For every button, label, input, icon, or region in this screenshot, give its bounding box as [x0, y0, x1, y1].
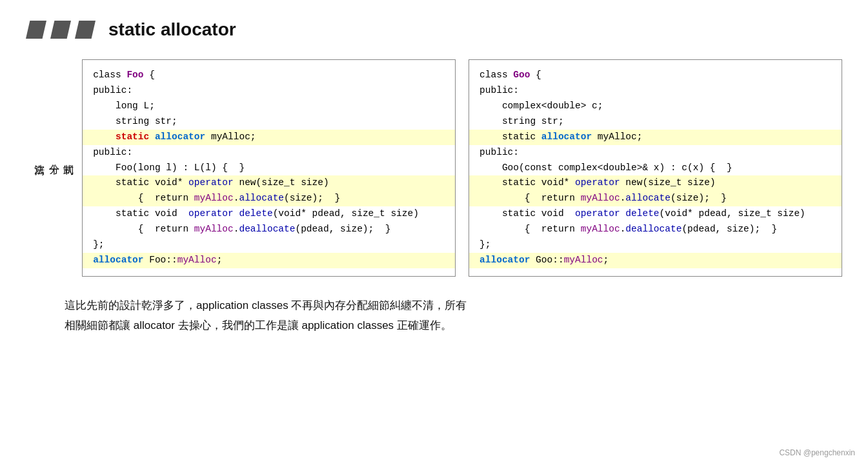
description-line2: 相關細節都讓 allocator 去操心，我們的工作是讓 application…: [65, 316, 842, 336]
code-line-highlight: static allocator myAlloc;: [469, 130, 842, 145]
code-line-highlight: { return myAlloc.allocate(size); }: [83, 191, 455, 206]
page-title: static allocator: [108, 19, 236, 40]
code-line: public:: [93, 83, 445, 99]
code-line: public:: [479, 145, 831, 161]
description-line1: 這比先前的設計乾淨多了，application classes 不再與內存分配細…: [65, 296, 842, 316]
icon-block-1: [26, 21, 46, 39]
code-line-highlight: allocator Goo::myAlloc;: [469, 253, 842, 268]
code-line-highlight: { return myAlloc.allocate(size); }: [469, 191, 842, 206]
code-box-foo: class Foo { public: long L; string str; …: [82, 59, 456, 277]
code-line: class Goo {: [479, 68, 831, 83]
code-boxes: class Foo { public: long L; string str; …: [82, 59, 842, 277]
code-line: static void operator delete(void* pdead,…: [93, 206, 445, 222]
code-line-highlight: static void* operator new(size_t size): [469, 175, 842, 191]
code-line-highlight: static void* operator new(size_t size): [83, 175, 455, 191]
watermark: CSDN @pengchenxin: [779, 448, 855, 457]
description: 這比先前的設計乾淨多了，application classes 不再與內存分配細…: [65, 296, 842, 335]
header-icons: [26, 21, 96, 39]
icon-block-2: [50, 21, 71, 39]
code-line: };: [93, 237, 445, 253]
code-line: static void operator delete(void* pdead,…: [479, 206, 831, 222]
code-line: public:: [479, 83, 831, 99]
code-line: string str;: [93, 114, 445, 130]
code-line: { return myAlloc.deallocate(pdead, size)…: [93, 222, 445, 237]
code-line: long L;: [93, 99, 445, 114]
code-line-highlight: static allocator myAlloc;: [83, 130, 455, 145]
code-line: string str;: [479, 114, 831, 130]
code-line: class Foo {: [93, 68, 445, 83]
code-line: public:: [93, 145, 445, 161]
code-line: Goo(const complex<double>& x) : c(x) { }: [479, 161, 831, 176]
code-line-highlight: allocator Foo::myAlloc;: [83, 253, 455, 268]
code-line: };: [479, 237, 831, 253]
code-line: Foo(long l) : L(l) { }: [93, 161, 445, 176]
code-line: complex<double> c;: [479, 99, 831, 114]
code-box-goo: class Goo { public: complex<double> c; s…: [469, 59, 842, 277]
main-content: 寫法十分制式 class Foo { public: long L; strin…: [26, 59, 842, 277]
icon-block-3: [75, 21, 96, 39]
header: static allocator: [26, 19, 842, 40]
code-line: { return myAlloc.deallocate(pdead, size)…: [479, 222, 831, 237]
